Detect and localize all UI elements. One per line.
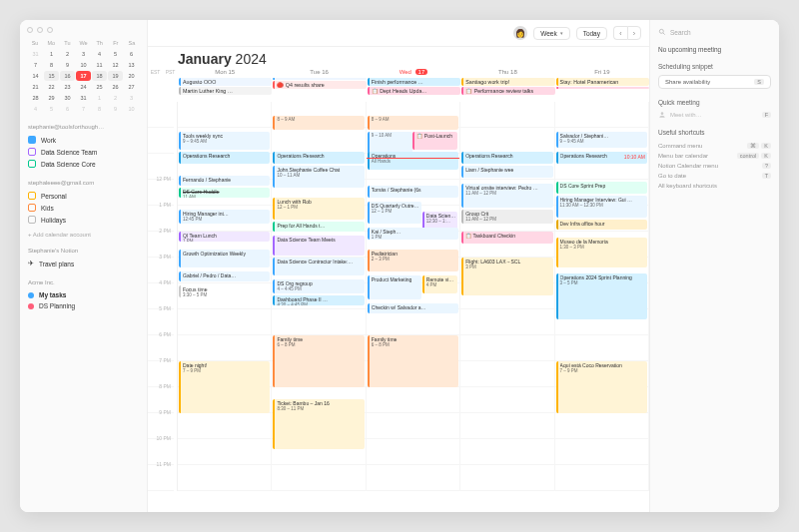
minical-day[interactable]: 5 — [44, 104, 59, 114]
day-column[interactable]: Tools weekly sync9 – 9:45 AMOperations R… — [178, 102, 272, 491]
allday-event[interactable]: Stay: Hotel Panamerican — [556, 78, 649, 86]
minical-day[interactable]: 10 — [124, 104, 139, 114]
minical-day[interactable]: 11 — [92, 60, 107, 70]
calendar-event[interactable]: Dev Infra office hour — [556, 220, 647, 230]
calendar-event[interactable]: Salvador / Stephani…9 – 9:45 AM — [556, 132, 647, 148]
minical-day[interactable]: 10 — [76, 60, 91, 70]
allday-event[interactable]: Santiago work trip! — [461, 78, 554, 86]
minical-day[interactable]: 23 — [60, 82, 75, 92]
avatar[interactable]: 👩 — [513, 26, 527, 40]
allday-event[interactable]: 📋 Performance review talks — [461, 87, 554, 95]
calendar-toggle[interactable]: Personal — [28, 190, 139, 202]
minical-day[interactable]: 18 — [92, 71, 107, 81]
calendar-event[interactable]: DS Core Huddle11 AM — [179, 188, 270, 198]
calendar-event[interactable]: 9 – 10 AM — [368, 132, 412, 154]
day-column[interactable]: Operations ResearchLiam / Stephanie weeV… — [460, 102, 554, 491]
calendar-event[interactable]: Ticket: Bambu – Jan 168:30 – 11 PM — [273, 399, 364, 449]
calendar-event[interactable]: DS Core Sprint Prep — [556, 182, 647, 194]
minical-day[interactable]: 8 — [44, 60, 59, 70]
minical-day[interactable]: 6 — [124, 49, 139, 59]
minical-day[interactable]: 20 — [124, 71, 139, 81]
calendar-event[interactable]: Hiring Manager int…12:45 PM — [179, 210, 270, 224]
next-week-button[interactable]: › — [627, 26, 641, 40]
minical-day[interactable]: 30 — [60, 93, 75, 103]
calendar-toggle[interactable]: Kids — [28, 202, 139, 214]
minical-day[interactable]: 15 — [44, 71, 59, 81]
minical-day[interactable]: 7 — [28, 60, 43, 70]
calendar-event[interactable]: OperationsAll Hands — [368, 152, 458, 170]
calendar-event[interactable]: Remote visit r…4 PM — [422, 275, 457, 293]
calendar-event[interactable]: Liam / Stephanie wee — [461, 166, 552, 178]
share-availability-button[interactable]: Share availability S — [658, 75, 771, 89]
calendar-event[interactable]: QI Team Lunch1 PM — [179, 232, 270, 242]
calendar-event[interactable]: 📋 Post-Launch — [412, 132, 457, 150]
time-grid[interactable]: 12 PM1 PM2 PM3 PM4 PM5 PM6 PM7 PM8 PM9 P… — [148, 102, 649, 491]
day-column[interactable]: 8 – 9 AMOperations ResearchJohn.Stephani… — [272, 102, 366, 491]
minical-day[interactable]: 4 — [28, 104, 43, 114]
minical-day[interactable]: 9 — [108, 104, 123, 114]
minical-day[interactable]: 9 — [60, 60, 75, 70]
calendar-event[interactable]: Virtual onsite interview: Pedro …11 AM –… — [461, 184, 552, 208]
calendar-event[interactable]: 8 – 9 AM — [368, 116, 458, 130]
allday-event[interactable]: Augusto OOO — [179, 78, 272, 86]
calendar-toggle[interactable]: Data Science Core — [28, 158, 139, 170]
calendar-event[interactable]: Family time6 – 8 PM — [368, 335, 458, 387]
day-column[interactable]: Salvador / Stephani…9 – 9:45 AMOperation… — [555, 102, 649, 491]
minical-day[interactable]: 21 — [28, 82, 43, 92]
minical-day[interactable]: 12 — [108, 60, 123, 70]
notion-item[interactable]: ✈︎Travel plans — [28, 258, 139, 269]
minical-day[interactable]: 3 — [124, 93, 139, 103]
allday-event[interactable]: 🔴 Q4 results share — [273, 81, 366, 89]
calendar-event[interactable]: Focus time3:30 – 5 PM — [179, 285, 270, 297]
minical-day[interactable]: 3 — [76, 49, 91, 59]
calendar-event[interactable]: Checkin w/ Salvador a… — [368, 303, 458, 313]
minical-day[interactable]: 29 — [44, 93, 59, 103]
view-selector[interactable]: Week ▾ — [533, 27, 570, 40]
prev-week-button[interactable]: ‹ — [613, 26, 627, 40]
meet-with-input[interactable]: Meet with… F — [658, 111, 771, 119]
minical-day[interactable]: 27 — [124, 82, 139, 92]
minical-day[interactable]: 1 — [44, 49, 59, 59]
calendar-toggle[interactable]: Holidays — [28, 214, 139, 226]
calendar-event[interactable]: Operations 2024 Sprint Planning3 – 5 PM — [556, 273, 647, 319]
calendar-event[interactable]: Group Crit11 AM – 12 PM — [461, 210, 552, 224]
acme-item[interactable]: DS Planning — [28, 300, 139, 311]
day-column[interactable]: 8 – 9 AM📋 Post-Launch9 – 10 AMOperations… — [367, 102, 460, 491]
calendar-event[interactable]: 8 – 9 AM — [273, 116, 364, 130]
shortcut-row[interactable]: Go to dateT — [658, 171, 771, 181]
calendar-event[interactable]: Museo de la Memoria1:30 – 3 PM — [556, 238, 647, 267]
minical-day[interactable]: 13 — [124, 60, 139, 70]
minical-day[interactable]: 1 — [92, 93, 107, 103]
shortcut-row[interactable]: Notion Calendar menu? — [658, 161, 771, 171]
minical-day[interactable]: 6 — [60, 104, 75, 114]
calendar-toggle[interactable]: Work — [28, 134, 139, 146]
calendar-toggle[interactable]: Data Science Team — [28, 146, 139, 158]
minical-day[interactable]: 28 — [28, 93, 43, 103]
minical-day[interactable]: 14 — [28, 71, 43, 81]
calendar-event[interactable]: Product Marketing — [368, 275, 421, 299]
minical-day[interactable]: 17 — [76, 71, 91, 81]
calendar-event[interactable]: Growth Optimization Weekly — [179, 250, 270, 267]
calendar-event[interactable]: Hiring Manager Interview: Gui …11:30 AM … — [556, 196, 647, 218]
minical-day[interactable]: 5 — [108, 49, 123, 59]
allday-event[interactable] — [556, 87, 649, 89]
minical-day[interactable]: 25 — [92, 82, 107, 92]
calendar-event[interactable]: Dashboard Phase II …4:30 – 4:45 PM — [273, 295, 364, 305]
calendar-event[interactable]: Kai / Steph…1 PM — [368, 228, 458, 240]
calendar-event[interactable]: Data Science Team Meets — [273, 236, 364, 256]
calendar-event[interactable]: 📋 Taskboard Checkin — [461, 232, 552, 244]
minical-day[interactable]: 26 — [108, 82, 123, 92]
calendar-event[interactable]: Flight: LA603 LAX→SCL3 PM — [461, 258, 552, 295]
add-calendar-account[interactable]: + Add calendar account — [28, 232, 139, 238]
calendar-event[interactable]: Prep for All Hands t… — [273, 222, 364, 232]
calendar-event[interactable]: Lunch with Rob12 – 1 PM — [273, 198, 364, 220]
calendar-event[interactable]: Operations Research — [461, 152, 552, 164]
window-controls[interactable] — [27, 27, 53, 33]
calendar-event[interactable]: Tools weekly sync9 – 9:45 AM — [179, 132, 270, 150]
calendar-event[interactable]: Operations Research — [273, 152, 364, 164]
allday-event[interactable]: Finish performance … — [368, 78, 460, 86]
allday-event[interactable] — [273, 78, 366, 80]
calendar-event[interactable]: Family time6 – 8 PM — [273, 335, 364, 387]
calendar-event[interactable]: Date night!7 – 9 PM — [179, 361, 270, 413]
minical-day[interactable]: 7 — [76, 104, 91, 114]
